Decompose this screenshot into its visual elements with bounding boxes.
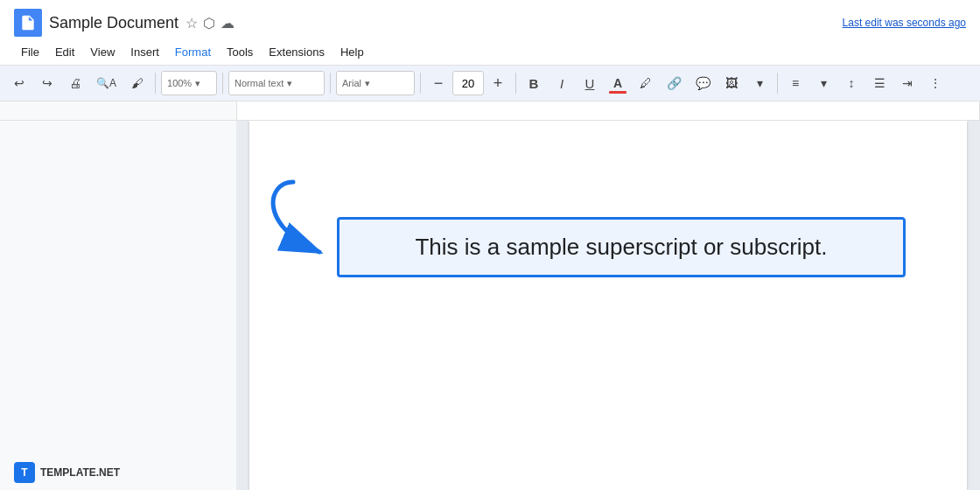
zoom-select[interactable]: 100% ▾ [161, 71, 217, 95]
indent-button[interactable]: ⇥ [895, 71, 920, 95]
style-select[interactable]: Normal text ▾ [228, 71, 325, 95]
line-spacing-button[interactable]: ↕ [839, 71, 864, 95]
menu-format[interactable]: Format [168, 42, 218, 62]
separator-1 [155, 73, 156, 94]
menu-tools[interactable]: Tools [220, 42, 260, 62]
main-area: T TEMPLATE.NET This is a sample supers [0, 121, 980, 490]
font-size-control: − + [426, 71, 510, 95]
title-bar: Sample Document ☆ ⬡ ☁ Last edit was seco… [0, 0, 980, 38]
bold-button[interactable]: B [522, 71, 546, 95]
separator-3 [330, 73, 331, 94]
page[interactable]: This is a sample superscript or subscrip… [249, 121, 967, 490]
cloud-icon[interactable]: ☁ [220, 15, 234, 32]
align-button[interactable]: ≡ [783, 71, 808, 95]
sidebar-branding: T TEMPLATE.NET [14, 462, 120, 483]
font-size-input[interactable] [452, 71, 484, 95]
text-color-button[interactable]: A [606, 71, 630, 95]
list-button[interactable]: ☰ [867, 71, 892, 95]
highlight-button[interactable]: 🖊 [634, 71, 658, 95]
more-button[interactable]: ⋮ [923, 71, 948, 95]
font-size-decrease[interactable]: − [426, 71, 451, 95]
font-select[interactable]: Arial ▾ [336, 71, 415, 95]
folder-icon[interactable]: ⬡ [203, 15, 215, 32]
toolbar: ↩ ↪ 🖨 🔍A 🖌 100% ▾ Normal text ▾ Arial ▾ … [0, 65, 980, 102]
last-edit: Last edit was seconds ago [843, 17, 966, 29]
menu-bar: File Edit View Insert Format Tools Exten… [0, 38, 980, 65]
doc-title-text[interactable]: Sample Document [49, 14, 178, 32]
comment-button[interactable]: 💬 [690, 71, 716, 95]
template-name: TEMPLATE.NET [40, 466, 120, 479]
menu-view[interactable]: View [83, 42, 122, 62]
image-button[interactable]: 🖼 [719, 71, 744, 95]
italic-button[interactable]: I [550, 71, 574, 95]
zoom-arrow: ▾ [195, 78, 200, 89]
title-icons: ☆ ⬡ ☁ [186, 15, 234, 32]
style-arrow: ▾ [287, 78, 292, 89]
doc-icon [14, 9, 42, 37]
menu-help[interactable]: Help [333, 42, 371, 62]
font-arrow: ▾ [365, 78, 370, 89]
menu-edit[interactable]: Edit [48, 42, 81, 62]
doc-title: Sample Document ☆ ⬡ ☁ [49, 14, 234, 32]
font-value: Arial [342, 78, 361, 88]
menu-file[interactable]: File [14, 42, 46, 62]
align-arrow[interactable]: ▾ [811, 71, 836, 95]
spell-check-button[interactable]: 🔍A [91, 71, 122, 95]
menu-insert[interactable]: Insert [123, 42, 166, 62]
font-size-increase[interactable]: + [486, 71, 510, 95]
menu-extensions[interactable]: Extensions [262, 42, 332, 62]
sidebar-left: T TEMPLATE.NET [0, 121, 236, 490]
paint-format-button[interactable]: 🖌 [125, 71, 150, 95]
doc-area: This is a sample superscript or subscrip… [236, 121, 980, 490]
separator-6 [777, 73, 778, 94]
link-button[interactable]: 🔗 [662, 71, 687, 95]
style-value: Normal text [234, 78, 284, 88]
document-highlighted-text: This is a sample superscript or subscrip… [415, 234, 827, 261]
title-section: Sample Document ☆ ⬡ ☁ [49, 14, 234, 32]
template-suffix: .NET [96, 466, 120, 479]
zoom-value: 100% [167, 78, 192, 88]
print-button[interactable]: 🖨 [63, 71, 88, 95]
image-arrow[interactable]: ▾ [747, 71, 772, 95]
underline-button[interactable]: U [578, 71, 602, 95]
ruler-inner [236, 102, 980, 120]
template-bold: TEMPLATE [40, 466, 96, 479]
undo-button[interactable]: ↩ [7, 71, 32, 95]
star-icon[interactable]: ☆ [186, 15, 198, 32]
redo-button[interactable]: ↪ [35, 71, 60, 95]
template-logo-icon: T [14, 462, 35, 483]
separator-4 [420, 73, 421, 94]
ruler [0, 102, 980, 121]
highlighted-text-box[interactable]: This is a sample superscript or subscrip… [337, 217, 906, 277]
separator-2 [222, 73, 223, 94]
separator-5 [515, 73, 516, 94]
